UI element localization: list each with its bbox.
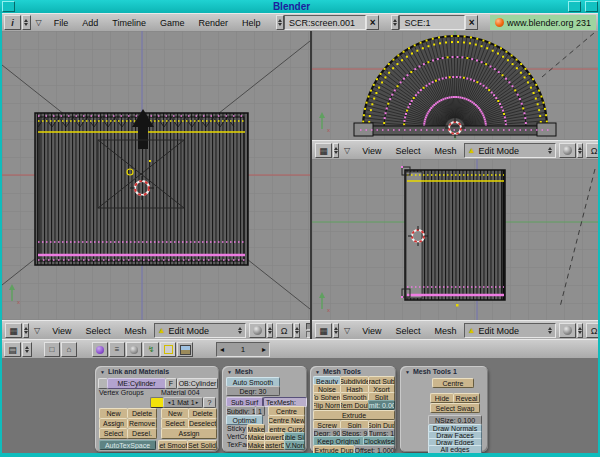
viewport-bottom-right[interactable]: x xyxy=(312,159,598,320)
viewport-splitter[interactable] xyxy=(310,31,312,339)
scene-delete-icon[interactable]: × xyxy=(465,15,478,30)
collapse-triangle-icon[interactable]: ▼ xyxy=(227,369,232,375)
fake-user-button[interactable]: F xyxy=(165,378,177,389)
menu-view[interactable]: View xyxy=(45,326,78,336)
collapse-menu-icon[interactable]: ▽ xyxy=(339,326,355,335)
maximize-button[interactable] xyxy=(585,1,598,12)
menu-game[interactable]: Game xyxy=(153,18,192,28)
mode-select[interactable]: ▲ Edit Mode xyxy=(154,323,246,338)
menu-select[interactable]: Select xyxy=(79,326,118,336)
window-type-3d-icon[interactable]: ▦ xyxy=(315,323,332,338)
frame-left-icon[interactable]: ◂ xyxy=(220,345,224,354)
frame-number-field[interactable]: ◂ 1 ▸ xyxy=(216,342,270,357)
autotexspace-toggle[interactable]: AutoTexSpace xyxy=(99,440,156,450)
help-button[interactable]: ? xyxy=(203,397,216,408)
extrude-button[interactable]: Extrude xyxy=(313,410,395,420)
menu-add[interactable]: Add xyxy=(75,18,105,28)
material-index-spinner[interactable]: ◂ 1 Mat 1 ▸ xyxy=(163,397,203,408)
menu-help[interactable]: Help xyxy=(235,18,268,28)
panel-title: Mesh xyxy=(235,368,253,375)
menu-view[interactable]: View xyxy=(355,326,388,336)
mode-select[interactable]: ▲ Edit Mode xyxy=(464,143,556,158)
pivot-icon[interactable]: Ω xyxy=(276,323,293,338)
screen-name-field[interactable]: SCR:screen.001 xyxy=(284,15,366,30)
window-menu-button[interactable] xyxy=(2,1,15,12)
pivot-spinner[interactable] xyxy=(294,323,300,338)
centre-button[interactable]: Centre xyxy=(432,378,474,388)
set-solid-button[interactable]: Set Solid xyxy=(187,440,217,450)
home-icon[interactable]: ⌂ xyxy=(61,342,77,357)
collapse-triangle-icon[interactable]: ▼ xyxy=(100,369,105,375)
scene-browse-spinner[interactable] xyxy=(391,15,400,30)
menu-view[interactable]: View xyxy=(355,146,388,156)
viewport-front[interactable]: x xyxy=(2,31,310,320)
rem-doubles-button[interactable]: Rem Doub xyxy=(340,400,369,410)
scene-context-icon[interactable] xyxy=(177,342,193,357)
vgroup-deselect-button[interactable]: Desel. xyxy=(127,428,157,439)
collapse-menu-icon[interactable]: ▽ xyxy=(339,146,355,155)
screen-browse-spinner[interactable] xyxy=(276,15,285,30)
draw-type-icon[interactable] xyxy=(559,323,576,338)
window-titlebar[interactable]: Blender xyxy=(0,0,600,14)
window-type-spinner[interactable] xyxy=(22,342,32,357)
menu-select[interactable]: Select xyxy=(389,146,428,156)
texface-make-button[interactable]: Make xyxy=(247,440,265,450)
window-type-spinner[interactable] xyxy=(22,15,31,30)
vgroup-select-button[interactable]: Select xyxy=(99,428,128,439)
pivot-icon[interactable]: Ω xyxy=(586,323,598,338)
editing-context-icon[interactable] xyxy=(160,342,176,357)
mode-select[interactable]: ▲ Edit Mode xyxy=(464,323,556,338)
collapse-triangle-icon[interactable]: ▼ xyxy=(405,369,410,375)
draw-type-icon[interactable] xyxy=(559,143,576,158)
menu-timeline[interactable]: Timeline xyxy=(105,18,153,28)
no-vnormal-flip-toggle[interactable]: No V.Normal xyxy=(284,440,305,450)
window-border-bottom xyxy=(0,453,600,457)
version-badge: www.blender.org 231 xyxy=(490,15,596,30)
menu-file[interactable]: File xyxy=(47,18,76,28)
minimize-button[interactable] xyxy=(568,1,581,12)
object-name-field[interactable]: OB:Cylinder xyxy=(177,378,218,389)
draw-type-icon[interactable] xyxy=(249,323,266,338)
window-type-buttons-icon[interactable]: ▤ xyxy=(4,342,21,357)
menu-mesh[interactable]: Mesh xyxy=(428,146,464,156)
fan-mesh-side[interactable] xyxy=(401,166,505,307)
panel-mesh-tools-1: ▼Mesh Tools 1 Centre Hide Reveal Select … xyxy=(400,366,488,452)
flip-normals-button[interactable]: Flip Norm xyxy=(313,400,341,410)
reveal-button[interactable]: Reveal xyxy=(453,393,480,403)
menu-render[interactable]: Render xyxy=(191,18,235,28)
shading-context-icon[interactable] xyxy=(126,342,142,357)
material-assign-button[interactable]: Assign xyxy=(161,428,217,439)
hide-button[interactable]: Hide xyxy=(430,393,454,403)
menu-select[interactable]: Select xyxy=(389,326,428,336)
select-swap-button[interactable]: Select Swap xyxy=(430,403,480,413)
scene-name-field[interactable]: SCE:1 xyxy=(399,15,465,30)
set-smooth-button[interactable]: Set Smooth xyxy=(158,440,188,450)
collapse-menu-icon[interactable]: ▽ xyxy=(29,326,45,335)
logic-context-icon[interactable] xyxy=(92,342,108,357)
draw-type-spinner[interactable] xyxy=(577,143,583,158)
mode-spinner-icon xyxy=(548,145,552,156)
degr-spinner[interactable]: Degr: 30 xyxy=(226,386,280,396)
draw-type-spinner[interactable] xyxy=(267,323,273,338)
material-color-swatch[interactable] xyxy=(150,397,164,408)
window-type-3d-icon[interactable]: ▦ xyxy=(315,143,332,158)
screen-delete-icon[interactable]: × xyxy=(366,15,379,30)
faster-draw-button[interactable]: FasterDr xyxy=(264,440,285,450)
menu-mesh[interactable]: Mesh xyxy=(428,326,464,336)
viewport-top-right[interactable]: x xyxy=(312,31,598,140)
window-type-3d-icon[interactable]: ▦ xyxy=(5,323,22,338)
pivot-icon[interactable]: Ω xyxy=(586,143,598,158)
collapse-menu-icon[interactable]: ▽ xyxy=(31,18,47,27)
object-context-icon[interactable]: ↯ xyxy=(143,342,159,357)
collapse-triangle-icon[interactable]: ▼ xyxy=(315,369,320,375)
layer-buttons[interactable] xyxy=(306,323,310,338)
menu-mesh[interactable]: Mesh xyxy=(118,326,154,336)
fan-mesh-front[interactable] xyxy=(35,109,248,265)
frame-right-icon[interactable]: ▸ xyxy=(262,345,266,354)
panel-alignment-icon[interactable]: □ xyxy=(44,342,60,357)
limit-spinner[interactable]: Limit: 0.001 xyxy=(368,400,395,410)
script-context-icon[interactable]: ≡ xyxy=(109,342,125,357)
info-window-type-icon[interactable]: i xyxy=(4,15,21,30)
mesh-name-field[interactable]: ME:Cylinder xyxy=(107,378,166,389)
draw-type-spinner[interactable] xyxy=(577,323,583,338)
